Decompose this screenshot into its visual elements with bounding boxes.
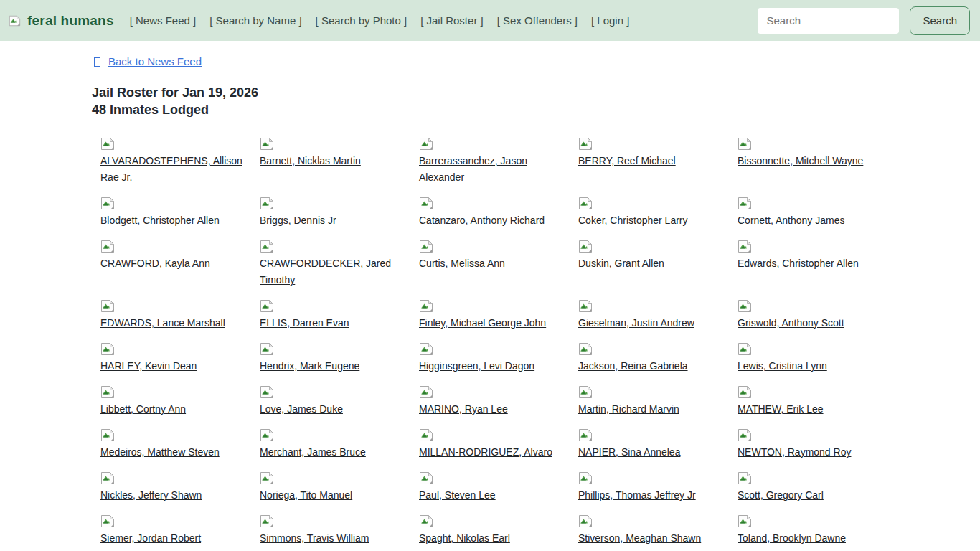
inmate-card: Catanzaro, Anthony Richard	[419, 197, 578, 229]
inmate-card: Martin, Richard Marvin	[578, 385, 738, 418]
inmate-link[interactable]: Barnett, Nicklas Martin	[260, 153, 361, 169]
inmate-count-heading: 48 Inmates Lodged	[92, 101, 980, 118]
inmate-link[interactable]: Martin, Richard Marvin	[578, 401, 679, 418]
inmate-link[interactable]: BERRY, Reef Michael	[578, 153, 676, 169]
top-navbar: feral humans [ News Feed ][ Search by Na…	[0, 0, 980, 41]
inmate-link[interactable]: Paul, Steven Lee	[419, 487, 496, 504]
inmate-card: Duskin, Grant Allen	[578, 240, 738, 288]
inmate-link[interactable]: Love, James Duke	[260, 401, 343, 418]
broken-image-icon	[578, 428, 725, 442]
broken-image-icon	[260, 299, 406, 313]
inmate-link[interactable]: Jackson, Reina Gabriela	[578, 358, 688, 375]
inmate-link[interactable]: ALVARADOSTEPHENS, Allison Rae Jr.	[100, 153, 247, 186]
inmate-link[interactable]: MILLAN-RODRIGUEZ, Alvaro	[419, 444, 552, 461]
inmate-link[interactable]: Gieselman, Justin Andrew	[578, 315, 694, 331]
inmate-card: Libbett, Cortny Ann	[100, 385, 260, 418]
inmate-card: HARLEY, Kevin Dean	[100, 342, 260, 375]
inmate-card: Curtis, Melissa Ann	[419, 240, 578, 288]
inmate-card: Bissonnette, Mitchell Wayne	[738, 137, 897, 186]
broken-image-icon	[419, 471, 565, 485]
inmate-link[interactable]: Stiverson, Meaghan Shawn	[578, 530, 701, 547]
broken-image-icon	[419, 299, 565, 313]
broken-image-icon	[738, 240, 884, 253]
inmate-link[interactable]: Higginsgreen, Levi Dagon	[419, 358, 534, 375]
nav-item[interactable]: [ Sex Offenders ]	[497, 14, 578, 27]
inmate-link[interactable]: Briggs, Dennis Jr	[260, 212, 336, 229]
broken-image-icon	[260, 385, 406, 399]
inmate-link[interactable]: NEWTON, Raymond Roy	[738, 444, 851, 461]
nav-item[interactable]: [ Jail Roster ]	[420, 14, 484, 27]
inmate-link[interactable]: Duskin, Grant Allen	[578, 255, 664, 272]
inmate-card: Barnett, Nicklas Martin	[260, 137, 419, 186]
inmate-link[interactable]: Medeiros, Matthew Steven	[100, 444, 220, 461]
inmate-link[interactable]: Coker, Christopher Larry	[578, 212, 688, 229]
page-content: Back to News Feed Jail Roster for Jan 19…	[0, 41, 980, 547]
inmate-link[interactable]: Bissonnette, Mitchell Wayne	[738, 153, 863, 169]
inmate-card: Lewis, Cristina Lynn	[738, 342, 897, 375]
inmate-link[interactable]: Hendrix, Mark Eugene	[260, 358, 359, 375]
inmate-link[interactable]: Libbett, Cortny Ann	[100, 401, 186, 418]
inmate-link[interactable]: Barrerassanchez, Jason Alexander	[419, 153, 565, 186]
inmate-link[interactable]: Blodgett, Christopher Allen	[100, 212, 220, 229]
inmate-link[interactable]: Simmons, Travis William	[260, 530, 369, 547]
broken-image-icon	[260, 240, 406, 253]
inmate-card: Love, James Duke	[260, 385, 419, 418]
inmate-link[interactable]: ELLIS, Darren Evan	[260, 315, 349, 331]
nav-item[interactable]: [ Login ]	[591, 14, 629, 27]
inmate-link[interactable]: Lewis, Cristina Lynn	[738, 358, 827, 375]
back-to-news-feed-link[interactable]: Back to News Feed	[94, 55, 202, 67]
broken-image-icon	[738, 197, 884, 210]
inmate-link[interactable]: CRAWFORDDECKER, Jared Timothy	[260, 255, 406, 288]
broken-image-icon	[578, 240, 725, 253]
broken-image-icon	[738, 299, 884, 313]
broken-image-icon	[260, 342, 406, 356]
broken-image-icon	[738, 385, 884, 399]
inmate-link[interactable]: MARINO, Ryan Lee	[419, 401, 508, 418]
inmate-card: MILLAN-RODRIGUEZ, Alvaro	[419, 428, 578, 461]
inmate-link[interactable]: Noriega, Tito Manuel	[260, 487, 352, 504]
site-title: feral humans	[27, 13, 114, 29]
missing-glyph-box-icon	[94, 57, 100, 67]
inmate-link[interactable]: HARLEY, Kevin Dean	[100, 358, 197, 375]
site-logo[interactable]: feral humans	[9, 13, 114, 29]
inmate-link[interactable]: Spaght, Nikolas Earl	[419, 530, 510, 547]
nav-item[interactable]: [ Search by Photo ]	[316, 14, 407, 27]
inmate-link[interactable]: Siemer, Jordan Robert	[100, 530, 201, 547]
broken-image-icon	[578, 299, 725, 313]
inmate-card: Edwards, Christopher Allen	[738, 240, 897, 288]
inmate-card: Griswold, Anthony Scott	[738, 299, 897, 331]
inmate-link[interactable]: MATHEW, Erik Lee	[738, 401, 824, 418]
inmate-link[interactable]: Phillips, Thomas Jeffrey Jr	[578, 487, 696, 504]
inmate-link[interactable]: CRAWFORD, Kayla Ann	[100, 255, 210, 272]
inmate-card: Barrerassanchez, Jason Alexander	[419, 137, 578, 186]
broken-image-icon	[578, 471, 725, 485]
search-button[interactable]: Search	[910, 6, 970, 35]
search-input[interactable]	[758, 8, 899, 34]
inmate-link[interactable]: Curtis, Melissa Ann	[419, 255, 505, 272]
nav-item[interactable]: [ News Feed ]	[130, 14, 197, 27]
broken-image-icon	[419, 428, 565, 442]
inmate-card: BERRY, Reef Michael	[578, 137, 738, 186]
broken-image-icon	[419, 385, 565, 399]
inmate-card: ELLIS, Darren Evan	[260, 299, 419, 331]
inmate-link[interactable]: Finley, Michael George John	[419, 315, 546, 331]
inmate-link[interactable]: Edwards, Christopher Allen	[738, 255, 859, 272]
inmate-card: Toland, Brooklyn Dawne	[738, 514, 897, 547]
inmate-link[interactable]: Cornett, Anthony James	[738, 212, 844, 229]
nav-item[interactable]: [ Search by Name ]	[209, 14, 301, 27]
broken-image-icon	[100, 471, 247, 485]
inmate-link[interactable]: NAPIER, Sina Annelea	[578, 444, 680, 461]
inmate-link[interactable]: EDWARDS, Lance Marshall	[100, 315, 225, 331]
inmate-grid: ALVARADOSTEPHENS, Allison Rae Jr. Barnet…	[100, 137, 980, 547]
inmate-card: Blodgett, Christopher Allen	[100, 197, 260, 229]
inmate-link[interactable]: Griswold, Anthony Scott	[738, 315, 844, 331]
broken-image-icon	[419, 197, 565, 210]
inmate-link[interactable]: Nickles, Jeffery Shawn	[100, 487, 202, 504]
inmate-link[interactable]: Scott, Gregory Carl	[738, 487, 824, 504]
broken-image-icon	[260, 137, 406, 151]
broken-image-icon	[738, 342, 884, 356]
inmate-link[interactable]: Toland, Brooklyn Dawne	[738, 530, 846, 547]
inmate-card: Higginsgreen, Levi Dagon	[419, 342, 578, 375]
inmate-link[interactable]: Catanzaro, Anthony Richard	[419, 212, 545, 229]
inmate-link[interactable]: Merchant, James Bruce	[260, 444, 366, 461]
